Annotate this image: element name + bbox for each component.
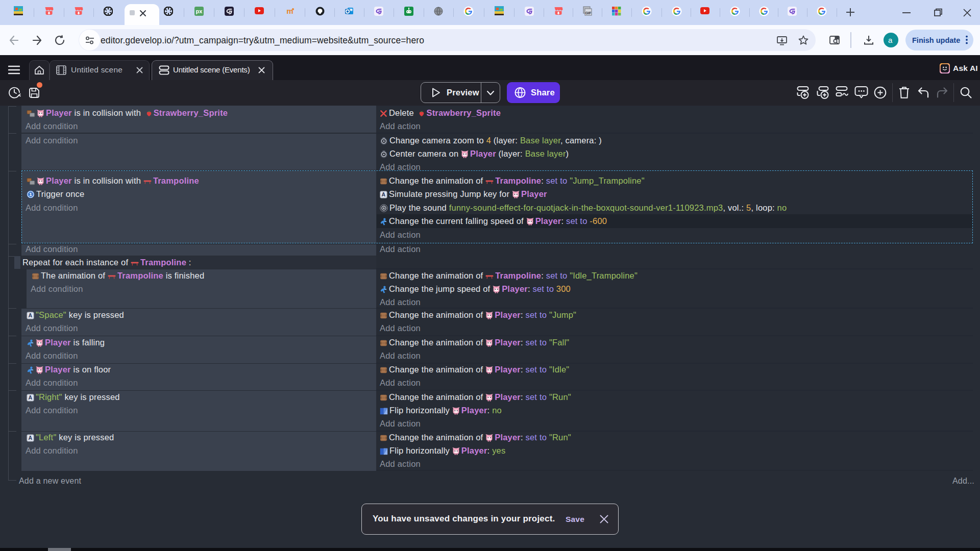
- svg-text:A: A: [29, 312, 33, 318]
- svg-text:GIF: GIF: [585, 11, 592, 15]
- svg-text:1: 1: [29, 191, 32, 197]
- svg-text:A: A: [29, 435, 33, 441]
- svg-text:px: px: [196, 8, 203, 14]
- svg-text:m: m: [286, 7, 293, 15]
- svg-text:A: A: [29, 394, 33, 400]
- svg-text:A: A: [382, 191, 386, 197]
